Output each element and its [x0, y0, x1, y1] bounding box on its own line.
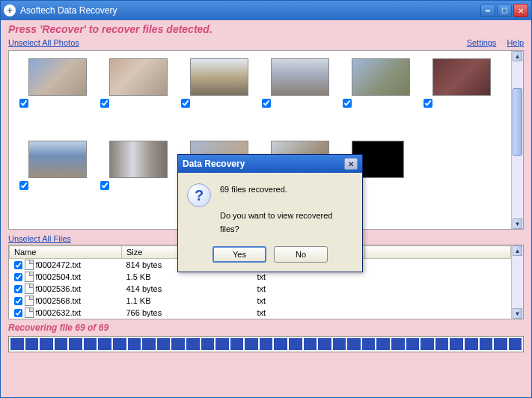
progress-segment	[69, 338, 82, 350]
app-icon: +	[4, 4, 16, 16]
progress-segment	[465, 338, 478, 350]
progress-segment	[480, 338, 493, 350]
photo-item[interactable]	[96, 141, 177, 223]
progress-segment	[113, 338, 126, 350]
dialog-message-2: Do you want to view recovered files?	[220, 209, 353, 236]
dialog-close-button[interactable]: ✕	[344, 158, 358, 170]
progress-segment	[376, 338, 390, 350]
file-size: 766 bytes	[122, 307, 253, 319]
maximize-button[interactable]: ☐	[497, 4, 512, 17]
unselect-all-files-link[interactable]: Unselect All Files	[8, 234, 71, 243]
dialog-title: Data Recovery	[183, 159, 245, 169]
file-size: 1.1 KB	[122, 295, 253, 307]
file-checkbox[interactable]	[14, 261, 22, 269]
dialog-titlebar[interactable]: Data Recovery ✕	[178, 155, 362, 173]
file-checkbox[interactable]	[14, 309, 22, 317]
photo-item[interactable]	[338, 58, 419, 141]
scroll-down-icon[interactable]: ▼	[513, 218, 522, 229]
progress-segment	[245, 338, 258, 350]
photo-thumbnail[interactable]	[352, 58, 410, 96]
scroll-thumb[interactable]	[513, 88, 522, 156]
progress-segment	[391, 338, 405, 350]
photo-checkbox[interactable]	[19, 99, 28, 108]
file-checkbox[interactable]	[14, 285, 22, 293]
table-row[interactable]: f0002536.txt414 bytestxt	[10, 283, 511, 295]
progress-segment	[509, 338, 522, 350]
progress-segment	[230, 338, 244, 350]
file-name: f0002568.txt	[36, 296, 82, 305]
file-checkbox[interactable]	[14, 297, 22, 305]
minimize-button[interactable]: ━	[480, 4, 495, 17]
yes-button[interactable]: Yes	[213, 246, 266, 263]
progress-segment	[215, 338, 229, 350]
photo-item[interactable]	[257, 58, 338, 141]
no-button[interactable]: No	[274, 246, 328, 263]
help-link[interactable]: Help	[507, 38, 524, 47]
close-button[interactable]: ✕	[513, 4, 528, 17]
photo-thumbnail[interactable]	[190, 58, 248, 96]
progress-segment	[289, 338, 302, 350]
photo-checkbox[interactable]	[424, 99, 432, 108]
file-extension: txt	[253, 283, 365, 295]
file-extension: txt	[253, 271, 365, 283]
scroll-down-icon[interactable]: ▼	[513, 308, 522, 319]
file-name: f0002632.txt	[36, 308, 82, 317]
progress-segment	[494, 338, 507, 350]
unselect-all-photos-link[interactable]: Unselect All Photos	[8, 38, 79, 47]
dialog: Data Recovery ✕ ? 69 files recovered. Do…	[177, 154, 363, 272]
photo-thumbnail[interactable]	[28, 141, 87, 178]
photos-scrollbar[interactable]: ▲ ▼	[511, 51, 523, 229]
progress-segment	[171, 338, 185, 350]
settings-link[interactable]: Settings	[467, 38, 497, 47]
file-name: f0002536.txt	[36, 284, 82, 293]
progress-segment	[421, 338, 434, 350]
progress-segment	[55, 338, 68, 350]
file-name: f0002504.txt	[36, 272, 82, 281]
window-title: Asoftech Data Recovery	[20, 5, 117, 16]
photo-item[interactable]	[419, 58, 500, 141]
photo-thumbnail[interactable]	[109, 141, 168, 178]
photo-checkbox[interactable]	[100, 181, 109, 190]
status-text: Recovering file 69 of 69	[1, 319, 531, 334]
progress-segment	[274, 338, 287, 350]
progress-segment	[157, 338, 171, 350]
table-row[interactable]: f0002568.txt1.1 KBtxt	[10, 295, 511, 307]
scroll-up-icon[interactable]: ▲	[513, 245, 522, 256]
progress-segment	[406, 338, 420, 350]
photo-thumbnail[interactable]	[28, 58, 87, 96]
photo-thumbnail[interactable]	[271, 58, 329, 96]
table-row[interactable]: f0002504.txt1.5 KBtxt	[10, 271, 511, 283]
titlebar[interactable]: + Asoftech Data Recovery ━ ☐ ✕	[1, 1, 531, 20]
progress-segment	[10, 338, 24, 350]
progress-segment	[318, 338, 331, 350]
photo-checkbox[interactable]	[343, 99, 352, 108]
photo-item[interactable]	[96, 58, 177, 141]
photo-checkbox[interactable]	[181, 99, 190, 108]
file-icon	[25, 272, 34, 282]
col-blank[interactable]	[365, 246, 511, 259]
photo-checkbox[interactable]	[100, 99, 109, 108]
files-scrollbar[interactable]: ▲ ▼	[511, 245, 523, 319]
photo-checkbox[interactable]	[19, 181, 28, 190]
progress-segment	[186, 338, 200, 350]
photo-thumbnail[interactable]	[109, 58, 168, 96]
photo-thumbnail[interactable]	[432, 58, 491, 96]
file-checkbox[interactable]	[14, 273, 22, 281]
progress-segment	[128, 338, 141, 350]
scroll-up-icon[interactable]: ▲	[513, 51, 522, 61]
photo-item[interactable]	[15, 58, 96, 141]
photo-item[interactable]	[15, 141, 96, 223]
progress-segment	[304, 338, 317, 350]
file-extension: txt	[253, 295, 365, 307]
file-size: 414 bytes	[122, 283, 253, 295]
progress-segment	[260, 338, 273, 350]
file-icon	[25, 307, 34, 318]
progress-segment	[450, 338, 463, 350]
progress-segment	[347, 338, 361, 350]
table-row[interactable]: f0002632.txt766 bytestxt	[10, 307, 511, 319]
progress-segment	[40, 338, 53, 350]
col-name[interactable]: Name	[10, 246, 122, 259]
photo-item[interactable]	[177, 58, 257, 141]
progress-segment	[435, 338, 449, 350]
photo-checkbox[interactable]	[262, 99, 271, 108]
